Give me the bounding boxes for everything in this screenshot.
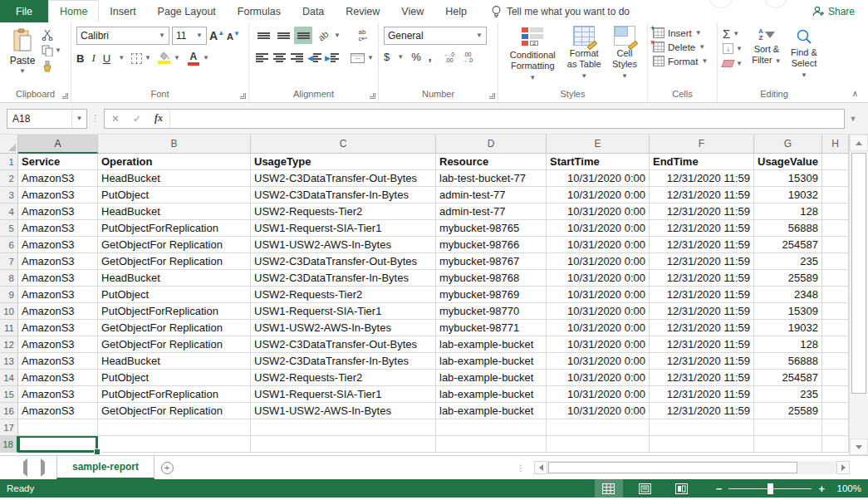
cell-C9[interactable]: USW2-Requests-Tier2 [251, 287, 436, 303]
cell-C4[interactable]: USW2-Requests-Tier2 [251, 203, 436, 220]
underline-dropdown[interactable]: ▼ [118, 55, 125, 61]
cell-D11[interactable]: mybucket-98771 [436, 320, 547, 336]
cell-C2[interactable]: USW2-C3DataTransfer-Out-Bytes [251, 170, 436, 187]
cell-B2[interactable]: HeadBucket [98, 170, 251, 187]
cell-G15[interactable]: 235 [754, 386, 822, 403]
percent-format-button[interactable]: % [411, 51, 421, 63]
column-header-F[interactable]: F [650, 135, 754, 154]
cell-B8[interactable]: HeadBucket [98, 270, 251, 287]
wrap-text-button[interactable]: abc↩ [354, 27, 372, 44]
sheet-nav-right-button[interactable] [41, 462, 45, 473]
cell-C11[interactable]: USW1-USW2-AWS-In-Bytes [251, 320, 436, 336]
cell-E11[interactable]: 10/31/2020 0:00 [547, 320, 650, 336]
cell-A3[interactable]: AmazonS3 [18, 187, 98, 203]
cell-C17[interactable] [251, 419, 436, 436]
cell-A8[interactable]: AmazonS3 [18, 270, 98, 287]
scroll-right-button[interactable] [836, 461, 850, 474]
cell-F3[interactable]: 12/31/2020 11:59 [650, 187, 754, 203]
vertical-scroll-track[interactable] [850, 151, 868, 439]
cell-E16[interactable]: 10/31/2020 0:00 [547, 403, 650, 419]
tab-home[interactable]: Home [48, 0, 99, 22]
cell-C13[interactable]: USW2-C3DataTransfer-In-Bytes [251, 353, 436, 370]
cell-F2[interactable]: 12/31/2020 11:59 [650, 170, 754, 187]
cell-D10[interactable]: mybucket-98770 [436, 303, 547, 320]
cell-E5[interactable]: 10/31/2020 0:00 [547, 220, 650, 237]
formula-input[interactable] [170, 110, 844, 128]
tab-help[interactable]: Help [434, 0, 478, 22]
cell-B17[interactable] [98, 419, 251, 436]
orientation-dropdown[interactable]: ▼ [334, 32, 341, 39]
select-all-corner[interactable] [0, 135, 18, 154]
row-header-10[interactable]: 10 [0, 303, 18, 320]
horizontal-scroll-thumb[interactable] [548, 462, 797, 473]
tell-me-search[interactable]: Tell me what you want to do [491, 0, 630, 22]
cell-E6[interactable]: 10/31/2020 0:00 [547, 237, 650, 253]
expand-formula-bar-button[interactable]: ▼ [845, 115, 861, 123]
delete-cells-button[interactable]: × Delete▼ [653, 42, 708, 52]
cell-G9[interactable]: 2348 [754, 287, 822, 303]
find-select-button[interactable]: Find & Select ▼ [786, 27, 822, 81]
row-header-1[interactable]: 1 [0, 154, 18, 170]
cell-C5[interactable]: USW1-Requerst-SIA-Tier1 [251, 220, 436, 237]
cell-H3[interactable] [822, 187, 849, 203]
row-header-7[interactable]: 7 [0, 253, 18, 270]
cell-E17[interactable] [547, 419, 650, 436]
paste-dropdown[interactable]: ▼ [19, 68, 26, 75]
format-painter-button[interactable] [42, 61, 61, 72]
conditional-formatting-button[interactable]: ≠ Conditional Formatting ▼ [503, 25, 562, 83]
cell-A5[interactable]: AmazonS3 [18, 220, 98, 237]
page-layout-view-button[interactable] [631, 479, 660, 498]
cell-F15[interactable]: 12/31/2020 11:59 [650, 386, 754, 403]
cell-D14[interactable]: lab-example-bucket [436, 370, 547, 386]
cell-G6[interactable]: 254587 [754, 237, 822, 253]
row-header-9[interactable]: 9 [0, 287, 18, 303]
cell-B4[interactable]: HeadBucket [98, 203, 251, 220]
cell-A7[interactable]: AmazonS3 [18, 253, 98, 270]
cell-E3[interactable]: 10/31/2020 0:00 [547, 187, 650, 203]
insert-function-button[interactable]: fx [148, 110, 169, 128]
cell-H5[interactable] [822, 220, 849, 237]
formula-bar-splitter[interactable]: ⋮ [87, 114, 104, 123]
collapse-ribbon-button[interactable]: ∧ [852, 89, 858, 98]
cell-F9[interactable]: 12/31/2020 11:59 [650, 287, 754, 303]
cell-B10[interactable]: PutObjectForReplication [98, 303, 251, 320]
cell-D16[interactable]: lab-example-bucket [436, 403, 547, 419]
merge-center-dropdown[interactable]: ▼ [367, 55, 374, 61]
number-format-select[interactable]: General▼ [384, 27, 487, 45]
confirm-entry-button[interactable]: ✓ [126, 110, 148, 128]
cell-F7[interactable]: 12/31/2020 11:59 [650, 253, 754, 270]
borders-dropdown[interactable]: ▼ [145, 55, 151, 61]
cell-B9[interactable]: PutObject [98, 287, 251, 303]
cell-A18[interactable] [18, 436, 98, 453]
zoom-in-button[interactable]: + [818, 483, 825, 494]
increase-indent-button[interactable]: ▶ [324, 49, 340, 66]
column-header-D[interactable]: D [436, 135, 547, 154]
scrollbar-splitter[interactable]: ⋮ [517, 456, 524, 479]
cell-H1[interactable] [822, 154, 849, 170]
copy-dropdown[interactable]: ▼ [55, 47, 61, 54]
cell-B1[interactable]: Operation [98, 154, 251, 170]
cell-A16[interactable]: AmazonS3 [18, 403, 98, 419]
cell-E9[interactable]: 10/31/2020 0:00 [547, 287, 650, 303]
scroll-left-button[interactable] [534, 461, 547, 474]
new-sheet-button[interactable]: + [154, 456, 179, 479]
tab-view[interactable]: View [390, 0, 434, 22]
cell-F10[interactable]: 12/31/2020 11:59 [650, 303, 754, 320]
horizontal-scrollbar[interactable] [534, 460, 850, 475]
insert-cells-button[interactable]: + Insert▼ [653, 27, 708, 38]
cell-A6[interactable]: AmazonS3 [18, 237, 98, 253]
orientation-button[interactable]: ab [314, 27, 332, 44]
cell-G5[interactable]: 56888 [754, 220, 822, 237]
cell-B13[interactable]: HeadBucket [98, 353, 251, 370]
cell-G7[interactable]: 235 [754, 253, 822, 270]
cell-F1[interactable]: EndTime [650, 154, 754, 170]
cell-G18[interactable] [754, 436, 822, 453]
row-header-16[interactable]: 16 [0, 403, 18, 419]
cell-H9[interactable] [822, 287, 849, 303]
cell-A2[interactable]: AmazonS3 [18, 170, 98, 187]
cell-G8[interactable]: 25589 [754, 270, 822, 287]
format-as-table-button[interactable]: Format as Table ▼ [562, 25, 606, 81]
cell-D17[interactable] [436, 419, 547, 436]
cell-G4[interactable]: 128 [754, 203, 822, 220]
zoom-out-button[interactable]: − [716, 483, 723, 494]
